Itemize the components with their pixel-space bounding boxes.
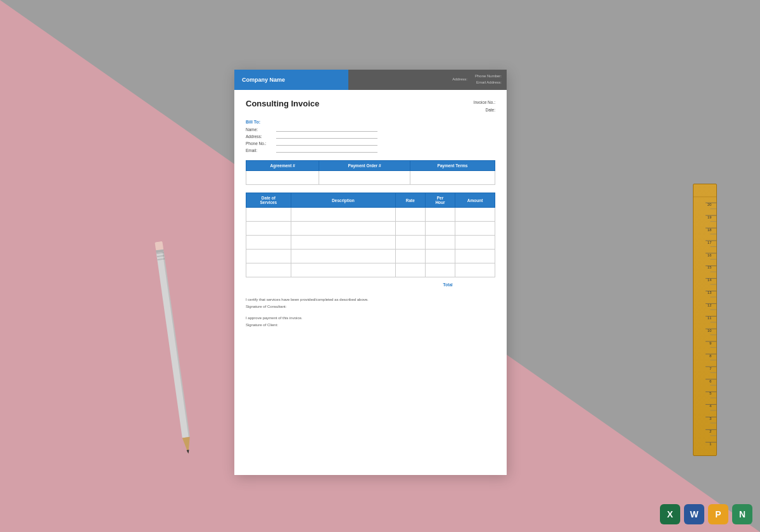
- hours-cell-5[interactable]: [425, 263, 455, 277]
- document-header: Company Name Address: Phone Number: Emai…: [234, 70, 507, 90]
- svg-text:7: 7: [709, 367, 711, 370]
- invoice-document: Company Name Address: Phone Number: Emai…: [234, 70, 507, 475]
- pages-symbol: P: [715, 509, 721, 519]
- bill-to-fields: Name: Address: Phone No.: Email:: [246, 127, 495, 153]
- invoice-meta: Invoice No.: Date:: [474, 99, 495, 113]
- svg-text:13: 13: [707, 291, 711, 294]
- total-value: $0.00: [455, 277, 495, 291]
- svg-text:5: 5: [709, 391, 711, 395]
- desc-cell-3[interactable]: [291, 236, 395, 250]
- svg-text:4: 4: [709, 404, 711, 408]
- date-cell-4[interactable]: [246, 250, 291, 263]
- company-name-block: Company Name: [234, 70, 348, 90]
- invoice-title: Consulting Invoice: [246, 99, 319, 108]
- signature-section: I certify that services have been provid…: [246, 296, 495, 329]
- payment-order-header: Payment Order #: [319, 161, 410, 171]
- agreement-header-row: Agreement # Payment Order # Payment Term…: [246, 161, 495, 171]
- company-name: Company Name: [242, 77, 285, 83]
- numbers-icon[interactable]: N: [732, 504, 752, 524]
- rate-cell-4[interactable]: [395, 250, 425, 263]
- payment-terms-cell[interactable]: [410, 171, 495, 185]
- amount-cell-1[interactable]: [455, 208, 495, 222]
- invoice-no-label: Invoice No.:: [474, 99, 495, 106]
- svg-text:14: 14: [707, 278, 711, 282]
- rate-cell-1[interactable]: [395, 208, 425, 222]
- date-services-header: Date ofServices: [246, 193, 291, 208]
- address-input-line[interactable]: [276, 134, 377, 139]
- agreement-num-cell[interactable]: [246, 171, 319, 185]
- services-row-4: [246, 250, 495, 263]
- svg-text:18: 18: [707, 228, 711, 232]
- svg-text:3: 3: [709, 417, 711, 421]
- client-sig-label: Signature of Client:: [246, 322, 495, 329]
- name-label: Name:: [246, 127, 276, 132]
- svg-text:8: 8: [709, 354, 711, 358]
- amount-cell-2[interactable]: [455, 222, 495, 236]
- services-header-row: Date ofServices Description Rate PerHour…: [246, 193, 495, 208]
- bill-to-label: Bill To:: [246, 120, 495, 124]
- payment-order-cell[interactable]: [319, 171, 410, 185]
- amount-cell-4[interactable]: [455, 250, 495, 263]
- desc-cell-5[interactable]: [291, 263, 395, 277]
- email-field-label: Email:: [246, 148, 276, 153]
- date-cell-1[interactable]: [246, 208, 291, 222]
- services-row-3: [246, 236, 495, 250]
- date-cell-3[interactable]: [246, 236, 291, 250]
- pages-icon[interactable]: P: [708, 504, 728, 524]
- excel-icon[interactable]: X: [660, 504, 680, 524]
- title-row: Consulting Invoice Invoice No.: Date:: [246, 99, 495, 113]
- approve-text: I approve payment of this invoice.: [246, 315, 495, 322]
- email-input-line[interactable]: [276, 148, 377, 153]
- payment-terms-header: Payment Terms: [410, 161, 495, 171]
- hours-cell-2[interactable]: [425, 222, 455, 236]
- hours-cell-4[interactable]: [425, 250, 455, 263]
- address-field-label: Address:: [246, 134, 276, 139]
- numbers-symbol: N: [739, 509, 745, 519]
- agreement-table: Agreement # Payment Order # Payment Term…: [246, 160, 495, 185]
- svg-text:9: 9: [709, 341, 711, 345]
- rate-cell-5[interactable]: [395, 263, 425, 277]
- cert-text: I certify that services have been provid…: [246, 296, 495, 303]
- date-cell-5[interactable]: [246, 263, 291, 277]
- phone-field-row: Phone No.:: [246, 141, 495, 146]
- client-approval-block: I approve payment of this invoice. Signa…: [246, 315, 495, 329]
- email-field-row: Email:: [246, 148, 495, 153]
- desc-cell-2[interactable]: [291, 222, 395, 236]
- svg-text:20: 20: [707, 203, 711, 206]
- description-header: Description: [291, 193, 395, 208]
- services-row-5: [246, 263, 495, 277]
- app-icons-bar: X W P N: [660, 504, 752, 524]
- amount-cell-3[interactable]: [455, 236, 495, 250]
- hours-cell-3[interactable]: [425, 236, 455, 250]
- desc-cell-1[interactable]: [291, 208, 395, 222]
- services-row-1: [246, 208, 495, 222]
- invoice-body: Consulting Invoice Invoice No.: Date: Bi…: [234, 90, 507, 340]
- rate-header: Rate: [395, 193, 425, 208]
- svg-marker-7: [187, 450, 190, 453]
- date-label: Date:: [474, 106, 495, 114]
- services-table: Date ofServices Description Rate PerHour…: [246, 193, 495, 291]
- excel-symbol: X: [667, 509, 673, 519]
- amount-cell-5[interactable]: [455, 263, 495, 277]
- svg-marker-6: [182, 437, 193, 454]
- name-input-line[interactable]: [276, 127, 377, 132]
- rate-cell-2[interactable]: [395, 222, 425, 236]
- per-hour-header: PerHour: [425, 193, 455, 208]
- rate-cell-3[interactable]: [395, 236, 425, 250]
- total-label: Total: [425, 277, 455, 291]
- services-row-2: [246, 222, 495, 236]
- phone-email-col: Phone Number: Email Address:: [475, 73, 502, 86]
- svg-text:15: 15: [707, 265, 711, 269]
- total-row: Total $0.00: [246, 277, 495, 291]
- svg-text:10: 10: [707, 329, 711, 332]
- date-cell-2[interactable]: [246, 222, 291, 236]
- svg-text:12: 12: [707, 303, 711, 307]
- svg-text:16: 16: [707, 253, 711, 257]
- agreement-data-row: [246, 171, 495, 185]
- word-icon[interactable]: W: [684, 504, 704, 524]
- svg-text:1: 1: [709, 442, 711, 446]
- phone-input-line[interactable]: [276, 141, 377, 146]
- hours-cell-1[interactable]: [425, 208, 455, 222]
- desc-cell-4[interactable]: [291, 250, 395, 263]
- svg-text:2: 2: [709, 429, 711, 433]
